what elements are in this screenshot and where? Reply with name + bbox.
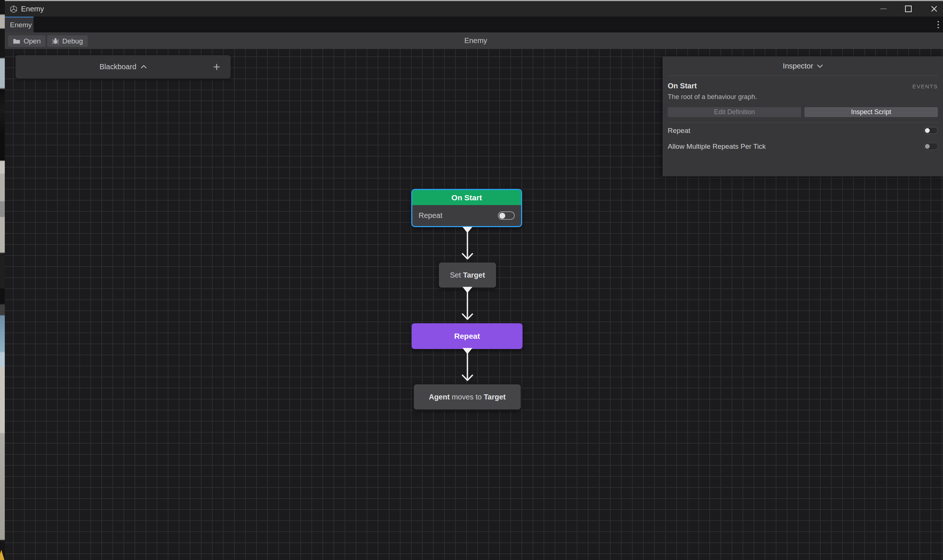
node-title: Repeat (454, 332, 480, 340)
blackboard-title: Blackboard (99, 63, 136, 71)
inspector-panel: Inspector On Start EVENTS The root of a … (662, 56, 943, 176)
edit-definition-button[interactable]: Edit Definition (668, 107, 801, 117)
node-on-start[interactable]: On Start Repeat (411, 189, 522, 227)
minimize-icon (880, 8, 887, 9)
background-window-sliver (0, 0, 5, 560)
tab-bar: Enemy (5, 17, 943, 32)
toggle-knob (499, 213, 505, 219)
maximize-icon (905, 6, 912, 12)
inspector-title: Inspector (783, 62, 813, 70)
chevron-down-icon (817, 65, 823, 68)
toolbar: Open Debug Enemy (5, 32, 943, 49)
selected-node-name: On Start (668, 82, 697, 90)
node-text: Agent moves to Target (429, 393, 506, 401)
unity-logo-icon (9, 5, 18, 13)
node-category-badge: EVENTS (912, 83, 938, 89)
window-title: Enemy (21, 1, 44, 17)
allow-multiple-repeats-toggle[interactable] (924, 143, 938, 150)
chevron-up-icon (141, 65, 147, 68)
node-header: On Start (412, 190, 521, 205)
tab-enemy[interactable]: Enemy (5, 17, 34, 32)
maximize-button[interactable] (900, 1, 917, 17)
blackboard-panel: Blackboard + (15, 55, 231, 78)
bug-icon (52, 38, 59, 45)
node-text: Set Target (450, 271, 485, 280)
repeat-toggle[interactable] (924, 127, 938, 134)
node-field-label: Repeat (418, 211, 443, 220)
node-set-target[interactable]: Set Target (438, 262, 496, 288)
folder-icon (13, 38, 20, 44)
node-repeat-toggle[interactable] (498, 211, 515, 220)
debug-button[interactable]: Debug (47, 35, 88, 47)
inspector-header[interactable]: Inspector (668, 56, 938, 76)
inspector-buttons-row: Edit Definition Inspect Script (668, 107, 938, 117)
toggle-knob (925, 144, 930, 149)
node-repeat[interactable]: Repeat (412, 323, 523, 349)
blackboard-header[interactable]: Blackboard (99, 63, 147, 71)
add-variable-button[interactable]: + (208, 55, 225, 78)
open-button[interactable]: Open (8, 35, 45, 47)
tab-overflow-menu-button[interactable] (934, 17, 943, 32)
graph-title: Enemy (464, 32, 487, 49)
field-row-repeat: Repeat (668, 123, 938, 138)
node-agent-moves-to-target[interactable]: Agent moves to Target (414, 384, 521, 410)
open-label: Open (23, 37, 40, 45)
field-row-allow-multiple-repeats: Allow Multiple Repeats Per Tick (668, 138, 938, 154)
close-button[interactable] (926, 1, 942, 17)
node-title: On Start (451, 193, 482, 202)
tab-label: Enemy (10, 21, 32, 29)
inspector-name-row: On Start EVENTS (668, 82, 938, 90)
inspect-script-button[interactable]: Inspect Script (804, 107, 938, 117)
minimize-button[interactable] (875, 1, 891, 17)
toggle-knob (925, 128, 930, 133)
kebab-icon (937, 21, 939, 23)
field-label: Allow Multiple Repeats Per Tick (668, 143, 766, 151)
title-bar: Enemy (5, 1, 943, 17)
node-description: The root of a behaviour graph. (668, 93, 938, 101)
node-body: Repeat (412, 205, 521, 226)
close-icon (931, 6, 937, 12)
field-label: Repeat (668, 127, 690, 135)
debug-label: Debug (62, 37, 83, 45)
